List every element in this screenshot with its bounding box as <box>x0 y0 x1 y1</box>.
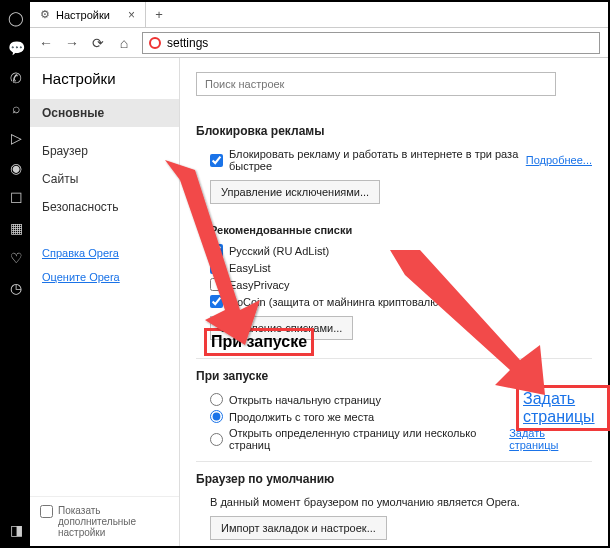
back-button[interactable]: ← <box>38 35 54 51</box>
settings-main: Блокировка рекламы Блокировать рекламу и… <box>180 58 608 546</box>
heart-icon[interactable]: ♡ <box>10 250 23 266</box>
startup-specific-radio[interactable] <box>210 433 223 446</box>
activity-bar: ◯ 💬 ✆ ⌕ ▷ ◉ ☐ ▦ ♡ ◷ ◨ <box>2 2 30 546</box>
section-startup: При запуске Открыть начальную страницу П… <box>196 369 592 453</box>
opera-o-icon <box>149 37 161 49</box>
list-easyprivacy-checkbox[interactable] <box>210 278 223 291</box>
import-bookmarks-button[interactable]: Импорт закладок и настроек... <box>210 516 387 540</box>
tab-bar: ⚙ Настройки × + <box>30 2 608 28</box>
address-bar[interactable] <box>142 32 600 54</box>
startup-continue-radio[interactable] <box>210 410 223 423</box>
search-settings-input[interactable] <box>196 72 556 96</box>
sidebar-item-security[interactable]: Безопасность <box>30 193 179 221</box>
manage-exceptions-button[interactable]: Управление исключениями... <box>210 180 380 204</box>
history-icon[interactable]: ◷ <box>10 280 22 296</box>
messenger-icon[interactable]: 💬 <box>8 40 25 56</box>
section-default-browser: Браузер по умолчанию В данный момент бра… <box>196 472 592 546</box>
show-advanced-input[interactable] <box>40 505 53 518</box>
speeddial-icon[interactable]: ▦ <box>10 220 23 236</box>
search-icon[interactable]: ⌕ <box>12 100 20 116</box>
show-advanced-checkbox[interactable]: Показать дополнительные настройки <box>30 496 179 546</box>
play-icon[interactable]: ▷ <box>11 130 22 146</box>
sidebar-link-rate[interactable]: Оцените Opera <box>30 265 179 289</box>
bookmark-icon[interactable]: ☐ <box>10 190 23 206</box>
list-easylist-checkbox[interactable] <box>210 261 223 274</box>
whatsapp-icon[interactable]: ✆ <box>10 70 22 86</box>
address-input[interactable] <box>167 36 593 50</box>
sidebar-heading: Настройки <box>30 70 179 99</box>
section-adblock: Блокировка рекламы Блокировать рекламу и… <box>196 124 592 350</box>
opera-icon[interactable]: ◯ <box>8 10 24 26</box>
close-icon[interactable]: × <box>128 8 135 22</box>
reload-button[interactable]: ⟳ <box>90 35 106 51</box>
list-nocoin-checkbox[interactable] <box>210 295 223 308</box>
startup-open-start-radio[interactable] <box>210 393 223 406</box>
forward-button[interactable]: → <box>64 35 80 51</box>
annotation-highlight-startup: При запуске <box>204 328 314 356</box>
sidebar-item-sites[interactable]: Сайты <box>30 165 179 193</box>
snapshot-icon[interactable]: ◉ <box>10 160 22 176</box>
toolbar: ← → ⟳ ⌂ <box>30 28 608 58</box>
default-browser-heading: Браузер по умолчанию <box>196 472 592 486</box>
list-ruadlist-checkbox[interactable] <box>210 244 223 257</box>
home-button[interactable]: ⌂ <box>116 35 132 51</box>
sidebar-item-basic[interactable]: Основные <box>30 99 179 127</box>
sidebar-item-browser[interactable]: Браузер <box>30 137 179 165</box>
tab-title: Настройки <box>56 9 110 21</box>
sidebar-link-help[interactable]: Справка Opera <box>30 241 179 265</box>
new-tab-button[interactable]: + <box>146 2 172 27</box>
gear-icon: ⚙ <box>40 8 50 21</box>
adblock-heading: Блокировка рекламы <box>196 124 592 138</box>
sidebar-toggle-icon[interactable]: ◨ <box>10 522 23 538</box>
adblock-enable-checkbox[interactable] <box>210 154 223 167</box>
rec-lists-heading: Рекомендованные списки <box>196 224 592 236</box>
settings-sidebar: Настройки Основные Браузер Сайты Безопас… <box>30 58 180 546</box>
set-pages-link[interactable]: Задать страницы <box>509 427 592 451</box>
tab-settings[interactable]: ⚙ Настройки × <box>30 2 146 27</box>
startup-heading: При запуске <box>196 369 592 383</box>
adblock-learn-more-link[interactable]: Подробнее... <box>526 154 592 166</box>
